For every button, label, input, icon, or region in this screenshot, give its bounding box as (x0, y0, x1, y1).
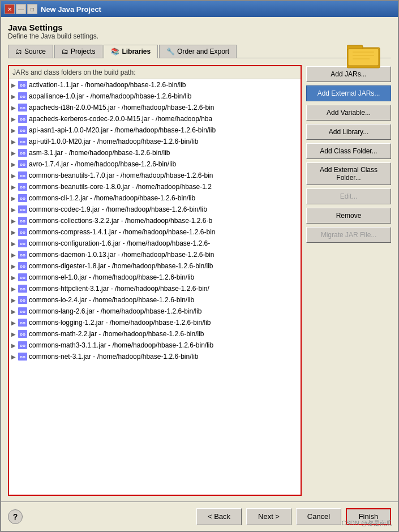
jar-item-text: apacheds-kerberos-codec-2.0.0-M15.jar - … (29, 115, 212, 123)
migrate-jar-button[interactable]: Migrate JAR File... (306, 227, 391, 243)
jar-list: ▶ooactivation-1.1.jar - /home/hadoop/hba… (9, 79, 301, 362)
list-item[interactable]: ▶oocommons-httpclient-3.1.jar - /home/ha… (9, 283, 301, 294)
main-panel: JARs and class folders on the build path… (8, 65, 391, 496)
jar-item-text: commons-lang-2.6.jar - /home/hadoop/hbas… (29, 307, 202, 315)
tab-libraries[interactable]: 📚 Libraries (104, 45, 158, 58)
jar-icon: oo (18, 115, 27, 123)
expand-arrow-icon: ▶ (11, 331, 18, 337)
watermark: CSDN @都是南瓜 (342, 519, 392, 527)
cancel-button[interactable]: Cancel (296, 508, 341, 525)
expand-arrow-icon: ▶ (11, 127, 18, 134)
list-item[interactable]: ▶oocommons-math3-3.1.1.jar - /home/hadoo… (9, 340, 301, 351)
list-item[interactable]: ▶oocommons-math-2.2.jar - /home/hadoop/h… (9, 328, 301, 340)
close-button[interactable]: ✕ (5, 4, 15, 14)
expand-arrow-icon: ▶ (11, 286, 18, 292)
expand-arrow-icon: ▶ (11, 150, 18, 156)
jar-list-area[interactable]: JARs and class folders on the build path… (8, 65, 302, 496)
jar-item-text: aopalliance-1.0.jar - /home/hadoop/hbase… (29, 92, 192, 100)
jar-item-text: api-asn1-api-1.0.0-M20.jar - /home/hadoo… (29, 126, 216, 134)
jar-item-text: apacheds-i18n-2.0.0-M15.jar - /home/hado… (29, 104, 214, 111)
expand-arrow-icon: ▶ (11, 342, 18, 349)
expand-arrow-icon: ▶ (11, 161, 18, 168)
jar-item-text: commons-cli-1.2.jar - /home/hadoop/hbase… (29, 194, 195, 202)
jar-icon: oo (18, 353, 27, 361)
add-class-folder-button[interactable]: Add Class Folder... (306, 143, 391, 159)
list-item[interactable]: ▶ooapi-asn1-api-1.0.0-M20.jar - /home/ha… (9, 125, 301, 136)
jar-icon: oo (18, 81, 27, 89)
add-library-button[interactable]: Add Library... (306, 124, 391, 140)
expand-arrow-icon: ▶ (11, 354, 18, 360)
jar-item-text: commons-codec-1.9.jar - /home/hadoop/hba… (29, 205, 207, 213)
expand-arrow-icon: ▶ (11, 218, 18, 224)
list-item[interactable]: ▶oocommons-io-2.4.jar - /home/hadoop/hba… (9, 294, 301, 306)
expand-arrow-icon: ▶ (11, 297, 18, 303)
list-item[interactable]: ▶oocommons-logging-1.2.jar - /home/hadoo… (9, 317, 301, 328)
title-bar: ✕ — □ New Java Project (1, 1, 398, 17)
jar-item-text: commons-compress-1.4.1.jar - /home/hadoo… (29, 228, 216, 236)
expand-arrow-icon: ▶ (11, 116, 18, 122)
list-item[interactable]: ▶oocommons-daemon-1.0.13.jar - /home/had… (9, 249, 301, 260)
add-external-class-folder-button[interactable]: Add External Class Folder... (306, 162, 391, 185)
list-item[interactable]: ▶ooavro-1.7.4.jar - /home/hadoop/hbase-1… (9, 158, 301, 170)
jar-icon: oo (18, 296, 27, 304)
minimize-button[interactable]: — (16, 4, 26, 14)
list-item[interactable]: ▶oocommons-el-1.0.jar - /home/hadoop/hba… (9, 272, 301, 283)
jar-item-text: commons-math-2.2.jar - /home/hadoop/hbas… (29, 330, 204, 338)
tab-source[interactable]: 🗂 Source (8, 45, 53, 58)
list-item[interactable]: ▶ooaopalliance-1.0.jar - /home/hadoop/hb… (9, 91, 301, 102)
list-item[interactable]: ▶ooapacheds-kerberos-codec-2.0.0-M15.jar… (9, 113, 301, 125)
expand-arrow-icon: ▶ (11, 184, 18, 190)
jar-item-text: commons-beanutils-1.7.0.jar - /home/hado… (29, 171, 213, 179)
jar-icon: oo (18, 251, 27, 259)
jar-icon: oo (18, 285, 27, 293)
back-button[interactable]: < Back (196, 508, 242, 525)
jar-item-text: asm-3.1.jar - /home/hadoop/hbase-1.2.6-b… (29, 149, 170, 157)
list-item[interactable]: ▶oocommons-beanutils-core-1.8.0.jar - /h… (9, 181, 301, 192)
source-tab-icon: 🗂 (15, 48, 22, 55)
list-item[interactable]: ▶ooactivation-1.1.jar - /home/hadoop/hba… (9, 79, 301, 91)
list-header: JARs and class folders on the build path… (9, 66, 301, 79)
jar-item-text: avro-1.7.4.jar - /home/hadoop/hbase-1.2.… (29, 160, 176, 168)
expand-arrow-icon: ▶ (11, 82, 18, 88)
expand-arrow-icon: ▶ (11, 195, 18, 201)
list-item[interactable]: ▶oocommons-cli-1.2.jar - /home/hadoop/hb… (9, 192, 301, 204)
jar-item-text: commons-math3-3.1.1.jar - /home/hadoop/h… (29, 341, 213, 349)
jar-icon: oo (18, 307, 27, 315)
expand-arrow-icon: ▶ (11, 207, 18, 213)
list-item[interactable]: ▶oocommons-compress-1.4.1.jar - /home/ha… (9, 226, 301, 238)
list-item[interactable]: ▶ooapacheds-i18n-2.0.0-M15.jar - /home/h… (9, 102, 301, 113)
jar-icon: oo (18, 341, 27, 349)
jar-icon: oo (18, 194, 27, 202)
expand-arrow-icon: ▶ (11, 274, 18, 281)
jar-icon: oo (18, 228, 27, 236)
jar-item-text: commons-digester-1.8.jar - /home/hadoop/… (29, 262, 213, 270)
list-item[interactable]: ▶ooapi-util-1.0.0-M20.jar - /home/hadoop… (9, 136, 301, 147)
jar-item-text: commons-daemon-1.0.13.jar - /home/hadoop… (29, 251, 214, 259)
list-item[interactable]: ▶oocommons-net-3.1.jar - /home/hadoop/hb… (9, 351, 301, 362)
jar-item-text: commons-net-3.1.jar - /home/hadoop/hbase… (29, 353, 199, 361)
content-area: Java Settings Define the Java build sett… (1, 17, 398, 501)
add-variable-button[interactable]: Add Variable... (306, 105, 391, 121)
list-item[interactable]: ▶oocommons-collections-3.2.2.jar - /home… (9, 215, 301, 226)
jar-item-text: commons-httpclient-3.1.jar - /home/hadoo… (29, 285, 209, 293)
libraries-tab-icon: 📚 (111, 48, 119, 55)
jar-item-text: commons-configuration-1.6.jar - /home/ha… (29, 239, 210, 247)
jar-icon: oo (18, 138, 27, 145)
edit-button[interactable]: Edit... (306, 188, 391, 204)
list-item[interactable]: ▶oocommons-codec-1.9.jar - /home/hadoop/… (9, 204, 301, 215)
help-button[interactable]: ? (8, 509, 23, 524)
maximize-button[interactable]: □ (27, 4, 37, 14)
add-external-jars-button[interactable]: Add External JARs... (306, 85, 391, 101)
list-item[interactable]: ▶ooasm-3.1.jar - /home/hadoop/hbase-1.2.… (9, 147, 301, 158)
tab-projects[interactable]: 🗂 Projects (54, 45, 102, 58)
list-item[interactable]: ▶oocommons-configuration-1.6.jar - /home… (9, 238, 301, 249)
tab-order-export[interactable]: 🔧 Order and Export (159, 45, 237, 58)
remove-button[interactable]: Remove (306, 208, 391, 224)
jar-icon: oo (18, 205, 27, 213)
list-item[interactable]: ▶oocommons-beanutils-1.7.0.jar - /home/h… (9, 170, 301, 181)
list-item[interactable]: ▶oocommons-lang-2.6.jar - /home/hadoop/h… (9, 306, 301, 317)
list-item[interactable]: ▶oocommons-digester-1.8.jar - /home/hado… (9, 260, 301, 272)
jar-item-text: activation-1.1.jar - /home/hadoop/hbase-… (29, 81, 186, 89)
next-button[interactable]: Next > (246, 508, 291, 525)
expand-arrow-icon: ▶ (11, 320, 18, 326)
